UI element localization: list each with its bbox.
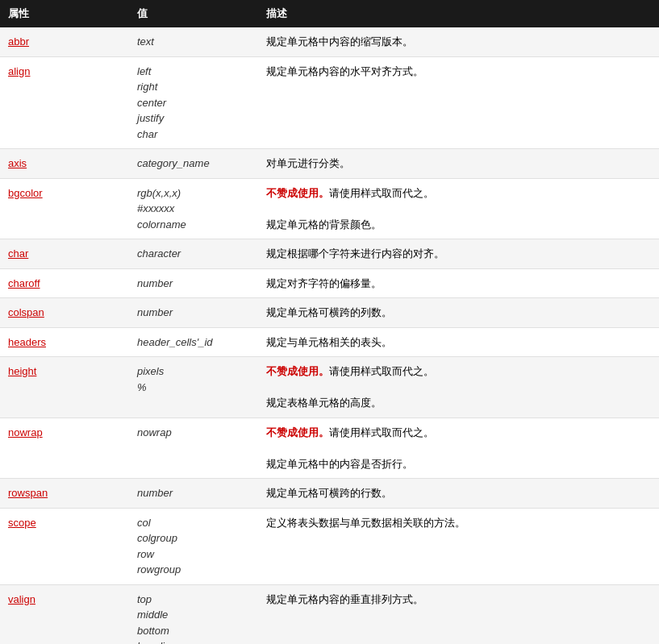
value-item: header_cells'_id — [137, 336, 213, 348]
value-cell: topmiddlebottombaseline — [129, 584, 258, 644]
table-row: scopecolcolgrouprowrowgroup定义将表头数据与单元数据相… — [0, 508, 659, 584]
value-item: number — [137, 306, 173, 318]
desc-cell: 规定单元格内容的垂直排列方式。 — [258, 584, 659, 644]
value-cell: nowrap — [129, 418, 258, 479]
desc-text: 规定单元格中内容的缩写版本。 — [266, 35, 413, 48]
desc-text: 对单元进行分类。 — [266, 157, 350, 169]
value-item: number — [137, 487, 173, 499]
header-desc: 描述 — [258, 0, 659, 27]
value-item: category_name — [137, 157, 210, 169]
value-item: rgb(x,x,x) — [137, 187, 181, 199]
value-cell: header_cells'_id — [129, 327, 258, 357]
desc-text: 定义将表头数据与单元数据相关联的方法。 — [266, 517, 465, 529]
value-item: number — [137, 277, 173, 289]
attr-cell: scope — [0, 508, 129, 584]
desc-cell: 规定单元格可横跨的行数。 — [258, 479, 659, 509]
value-item: nowrap — [137, 426, 172, 438]
table-row: nowrapnowrap不赞成使用。请使用样式取而代之。规定单元格中的内容是否折… — [0, 418, 659, 479]
header-value: 值 — [129, 0, 258, 27]
attr-link[interactable]: scope — [8, 517, 36, 529]
value-item: char — [137, 128, 157, 140]
value-item: col — [137, 517, 151, 529]
attr-cell: char — [0, 239, 129, 269]
attr-cell: abbr — [0, 27, 129, 56]
table-row: alignleftrightcenterjustifychar规定单元格内容的水… — [0, 56, 659, 149]
desc-cell: 规定单元格中内容的缩写版本。 — [258, 27, 659, 56]
desc-cell: 对单元进行分类。 — [258, 149, 659, 179]
value-cell: number — [129, 479, 258, 509]
table-row: headersheader_cells'_id规定与单元格相关的表头。 — [0, 327, 659, 357]
table-row: heightpixels%不赞成使用。请使用样式取而代之。规定表格单元格的高度。 — [0, 357, 659, 418]
value-cell: category_name — [129, 149, 258, 179]
value-item: rowgroup — [137, 563, 181, 575]
deprecated-label: 不赞成使用。 — [266, 365, 329, 377]
value-item: left — [137, 65, 151, 77]
desc-text: 请使用样式取而代之。 — [329, 426, 434, 438]
attr-cell: align — [0, 56, 129, 149]
attr-cell: headers — [0, 327, 129, 357]
desc-text: 规定单元格中的内容是否折行。 — [266, 458, 413, 470]
deprecated-label: 不赞成使用。 — [266, 426, 329, 438]
attr-link[interactable]: nowrap — [8, 426, 43, 438]
value-item: character — [137, 247, 181, 260]
attr-cell: bgcolor — [0, 178, 129, 239]
desc-text: 规定单元格的背景颜色。 — [266, 218, 382, 231]
attr-link[interactable]: height — [8, 365, 36, 377]
attr-cell: rowspan — [0, 479, 129, 509]
attr-cell: charoff — [0, 268, 129, 298]
attributes-table: 属性 值 描述 abbrtext规定单元格中内容的缩写版本。alignleftr… — [0, 0, 659, 644]
value-cell: rgb(x,x,x)#xxxxxxcolorname — [129, 178, 258, 239]
value-item: #xxxxxx — [137, 202, 174, 214]
value-cell: number — [129, 298, 258, 328]
value-cell: leftrightcenterjustifychar — [129, 56, 258, 149]
table-header-row: 属性 值 描述 — [0, 0, 659, 27]
desc-cell: 规定单元格内容的水平对齐方式。 — [258, 56, 659, 149]
value-item: baseline — [137, 640, 176, 644]
table-row: bgcolorrgb(x,x,x)#xxxxxxcolorname不赞成使用。请… — [0, 178, 659, 239]
value-item: colorname — [137, 218, 186, 231]
attr-link[interactable]: rowspan — [8, 487, 48, 499]
attr-link[interactable]: align — [8, 65, 30, 77]
deprecated-label: 不赞成使用。 — [266, 187, 329, 199]
attr-link[interactable]: colspan — [8, 306, 44, 318]
desc-cell: 规定与单元格相关的表头。 — [258, 327, 659, 357]
attr-link[interactable]: charoff — [8, 277, 40, 289]
attr-link[interactable]: char — [8, 247, 28, 260]
attr-cell: height — [0, 357, 129, 418]
value-item: pixels — [137, 365, 164, 377]
attr-cell: axis — [0, 149, 129, 179]
desc-text: 规定与单元格相关的表头。 — [266, 336, 392, 348]
desc-cell: 定义将表头数据与单元数据相关联的方法。 — [258, 508, 659, 584]
desc-text: 规定根据哪个字符来进行内容的对齐。 — [266, 247, 444, 260]
attr-link[interactable]: abbr — [8, 35, 29, 48]
desc-text: 规定对齐字符的偏移量。 — [266, 277, 382, 289]
table-row: rowspannumber规定单元格可横跨的行数。 — [0, 479, 659, 509]
attr-cell: colspan — [0, 298, 129, 328]
desc-cell: 规定根据哪个字符来进行内容的对齐。 — [258, 239, 659, 269]
desc-text: 规定单元格可横跨的列数。 — [266, 306, 392, 318]
table-row: charcharacter规定根据哪个字符来进行内容的对齐。 — [0, 239, 659, 269]
attr-link[interactable]: valign — [8, 593, 35, 605]
attr-cell: nowrap — [0, 418, 129, 479]
desc-cell: 规定对齐字符的偏移量。 — [258, 268, 659, 298]
table-row: axiscategory_name对单元进行分类。 — [0, 149, 659, 179]
value-item: colgroup — [137, 532, 177, 544]
attr-link[interactable]: axis — [8, 157, 27, 169]
desc-text: 规定表格单元格的高度。 — [266, 397, 382, 409]
table-row: valigntopmiddlebottombaseline规定单元格内容的垂直排… — [0, 584, 659, 644]
desc-cell: 不赞成使用。请使用样式取而代之。规定表格单元格的高度。 — [258, 357, 659, 418]
desc-text: 请使用样式取而代之。 — [329, 365, 434, 377]
value-cell: number — [129, 268, 258, 298]
value-item: % — [137, 381, 147, 393]
value-item: center — [137, 97, 166, 109]
attr-link[interactable]: headers — [8, 336, 46, 348]
value-item: right — [137, 81, 157, 93]
value-cell: text — [129, 27, 258, 56]
attr-link[interactable]: bgcolor — [8, 187, 43, 199]
desc-text: 规定单元格内容的水平对齐方式。 — [266, 65, 423, 77]
desc-text: 规定单元格内容的垂直排列方式。 — [266, 593, 423, 605]
value-item: bottom — [137, 625, 169, 637]
table-row: charoffnumber规定对齐字符的偏移量。 — [0, 268, 659, 298]
desc-text: 请使用样式取而代之。 — [329, 187, 434, 199]
desc-cell: 不赞成使用。请使用样式取而代之。规定单元格中的内容是否折行。 — [258, 418, 659, 479]
